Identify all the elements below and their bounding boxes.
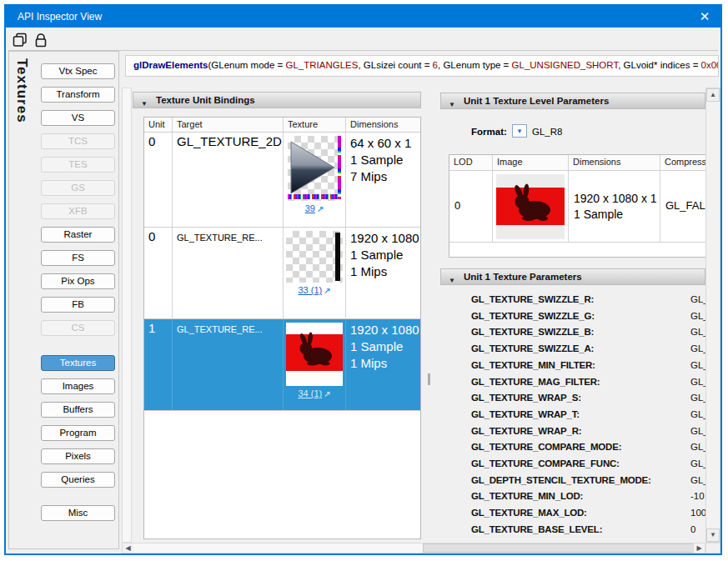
parameter-value: 100 [690, 508, 706, 518]
dimension-line: 1920 x 1080 x 1 [350, 322, 420, 338]
texture-parameters-header[interactable]: ▼ Unit 1 Texture Parameters [440, 268, 705, 285]
parameter-name: GL_TEXTURE_SWIZZLE_G: [471, 311, 595, 321]
collapse-icon[interactable]: ▼ [449, 273, 455, 288]
column-header-target[interactable]: Target [173, 118, 284, 132]
lod-image-cell[interactable] [493, 171, 569, 242]
duplicate-window-icon[interactable] [12, 32, 28, 48]
parameter-value: GL_ [690, 442, 707, 452]
texture-parameter-row: GL_TEXTURE_BASE_LEVEL:0 [440, 522, 707, 538]
sidebar-button-program[interactable]: Program [41, 425, 115, 441]
texture-id-link[interactable]: 34 (1) [298, 388, 322, 398]
mip-noise-strip [288, 194, 338, 199]
signature-text: , GLenum type = [438, 60, 512, 70]
level-table-row[interactable]: 0 [449, 171, 707, 243]
scroll-down-icon[interactable]: ▼ [706, 528, 720, 542]
texture-link[interactable]: 39↗ [305, 203, 324, 213]
parameter-value: GL_ [690, 294, 707, 304]
sidebar-orientation-label: Textures [13, 58, 30, 123]
texture-binding-row[interactable]: 0GL_TEXTURE_2D 39↗64 x 60 x 11 Sample7 M… [144, 133, 420, 228]
argument-value: 0x0000000000000000 [701, 60, 719, 70]
scroll-up-icon[interactable]: ▲ [706, 88, 720, 102]
window-title: API Inspector View [18, 11, 102, 23]
texture-parameter-row: GL_TEXTURE_MIN_FILTER:GL_ [440, 358, 707, 374]
parameter-value: GL_ [690, 311, 707, 321]
parameter-name: GL_TEXTURE_MIN_FILTER: [471, 360, 595, 370]
parameter-name: GL_TEXTURE_COMPARE_MODE: [471, 442, 621, 452]
texture-parameter-row: GL_TEXTURE_COMPARE_FUNC:GL_ [440, 456, 707, 473]
sidebar-button-gs[interactable]: GS [41, 180, 115, 196]
texture-id-link[interactable]: 39 [305, 203, 315, 213]
scrollbar-corner [705, 543, 720, 553]
sidebar-button-misc[interactable]: Misc [41, 505, 115, 521]
texture-binding-row[interactable]: 1GL_TEXTURE_RE... 34 (1)↗1920 x 1080 x 1… [144, 319, 420, 411]
sidebar-button-buffers[interactable]: Buffers [41, 402, 115, 418]
format-dropdown[interactable]: ▾ [512, 124, 527, 138]
texture-level-parameters-title: Unit 1 Texture Level Parameters [464, 96, 609, 106]
sidebar-button-fs[interactable]: FS [41, 250, 115, 266]
texture-parameter-row: GL_TEXTURE_WRAP_S:GL_ [440, 390, 707, 407]
binding-target: GL_TEXTURE_RE... [173, 319, 284, 410]
right-vertical-scrollbar[interactable]: ▲ ▼ [705, 88, 720, 543]
texture-unit-bindings-table: Unit Target Texture Dimensions 0GL_TEXTU… [143, 117, 421, 539]
texture-link[interactable]: 34 (1)↗ [298, 388, 330, 398]
scroll-left-icon[interactable]: ◀ [123, 543, 133, 553]
left-vertical-scrollbar[interactable] [122, 88, 132, 543]
parameter-value: GL_ [690, 475, 707, 485]
column-header-texture[interactable]: Texture [284, 118, 346, 132]
panel-splitter-handle[interactable] [428, 373, 430, 385]
collapse-icon[interactable]: ▼ [449, 98, 455, 113]
binding-unit: 1 [144, 319, 173, 410]
column-header-lod[interactable]: LOD [449, 155, 493, 170]
sidebar-button-tes[interactable]: TES [41, 157, 115, 173]
close-icon[interactable]: ✕ [696, 9, 713, 24]
lod-compressed: GL_FALSE [660, 171, 707, 242]
argument-value: GL_TRIANGLES [286, 60, 359, 70]
sidebar-button-queries[interactable]: Queries [41, 472, 115, 488]
sidebar-button-xfb[interactable]: XFB [41, 203, 115, 219]
texture-binding-row[interactable]: 0GL_TEXTURE_RE... 33 (1)↗1920 x 1080 x 1… [144, 228, 420, 319]
horizontal-scrollbar[interactable]: ◀ ▶ [122, 543, 705, 553]
sidebar-button-tcs[interactable]: TCS [41, 133, 115, 149]
texture-thumbnail-play[interactable] [288, 136, 341, 201]
sidebar-button-raster[interactable]: Raster [41, 227, 115, 243]
lock-icon[interactable] [33, 32, 49, 48]
dimension-line: 1 Sample [350, 247, 420, 263]
format-value: GL_R8 [532, 127, 562, 137]
binding-dimensions: 64 x 60 x 11 Sample7 Mips [346, 133, 420, 227]
sidebar-button-vs[interactable]: VS [41, 110, 115, 126]
texture-thumbnail-bunny[interactable] [286, 323, 343, 386]
texture-parameter-row: GL_TEXTURE_SWIZZLE_A:GL_ [440, 341, 707, 358]
collapse-icon[interactable]: ▼ [141, 97, 148, 112]
sidebar-button-pixels[interactable]: Pixels [41, 448, 115, 464]
sidebar-button-cs[interactable]: CS [41, 320, 115, 336]
horizontal-scrollbar-thumb[interactable] [423, 543, 695, 553]
column-header-dimensions[interactable]: Dimensions [569, 155, 660, 170]
sidebar-button-transform[interactable]: Transform [41, 87, 115, 103]
column-header-unit[interactable]: Unit [144, 118, 173, 132]
parameter-value: GL_ [690, 393, 707, 403]
column-header-compressed[interactable]: Compressed [660, 155, 707, 170]
external-link-icon[interactable]: ↗ [317, 204, 324, 213]
external-link-icon[interactable]: ↗ [324, 389, 330, 398]
title-bar: API Inspector View ✕ [6, 6, 720, 28]
texture-link[interactable]: 33 (1)↗ [298, 285, 330, 295]
signature-text: (GLenum mode = [208, 60, 285, 70]
lod-dimensions: 1920 x 1080 x 1 1 Sample [569, 171, 660, 242]
texture-id-link[interactable]: 33 (1) [298, 285, 322, 295]
texture-parameter-row: GL_TEXTURE_COMPARE_MODE:GL_ [440, 439, 707, 456]
parameter-value: GL_ [690, 327, 707, 337]
column-header-dimensions[interactable]: Dimensions [346, 118, 420, 132]
sidebar-button-fb[interactable]: FB [41, 297, 115, 313]
scroll-right-icon[interactable]: ▶ [694, 543, 705, 553]
column-header-image[interactable]: Image [493, 155, 569, 170]
binding-dimensions: 1920 x 1080 x 11 Sample1 Mips [346, 228, 420, 318]
sidebar-button-textures[interactable]: Textures [41, 355, 115, 371]
texture-unit-bindings-header[interactable]: ▼ Texture Unit Bindings [133, 92, 421, 108]
sidebar-button-images[interactable]: Images [41, 378, 115, 394]
sidebar-button-pix-ops[interactable]: Pix Ops [41, 273, 115, 289]
texture-thumbnail-transparent[interactable] [286, 231, 343, 283]
external-link-icon[interactable]: ↗ [324, 286, 330, 295]
sidebar-button-vtx-spec[interactable]: Vtx Spec [41, 63, 115, 79]
texture-parameter-row: GL_DEPTH_STENCIL_TEXTURE_MODE:GL_ [440, 473, 707, 489]
texture-level-parameters-header[interactable]: ▼ Unit 1 Texture Level Parameters [440, 93, 705, 109]
